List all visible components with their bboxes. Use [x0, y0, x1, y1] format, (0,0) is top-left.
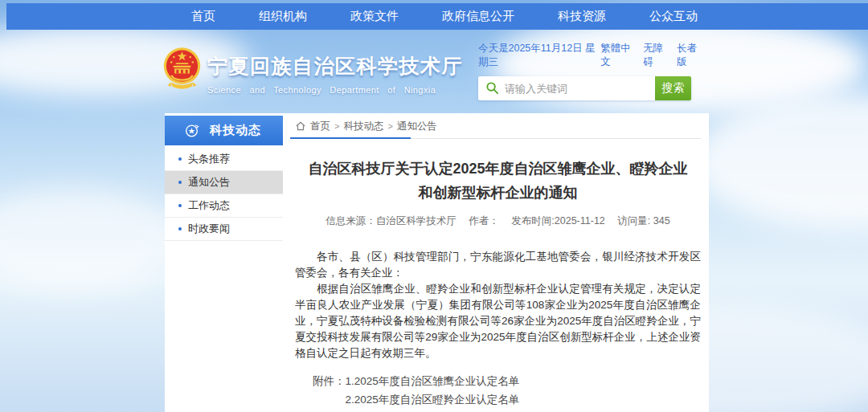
- sidebar-item-label: 头条推荐: [188, 152, 230, 166]
- attachments-label: 附件：: [313, 372, 346, 412]
- sidebar: 科技动态 头条推荐 通知公告 工作动态 时政要闻: [165, 116, 283, 241]
- breadcrumb-accent-line: [290, 137, 411, 139]
- sidebar-header: 科技动态: [165, 116, 283, 145]
- link-accessibility[interactable]: 无障碍: [643, 42, 669, 69]
- meta-publish-time: 发布时间:2025-11-12: [511, 215, 605, 226]
- article-paragraph: 根据自治区雏鹰企业、瞪羚企业和创新型标杆企业认定管理有关规定，决定认定半亩良人农…: [295, 281, 701, 361]
- bullet-icon: [178, 204, 182, 207]
- article-title: 自治区科技厅关于认定2025年度自治区雏鹰企业、瞪羚企业 和创新型标杆企业的通知: [295, 157, 701, 205]
- attachment-link-2[interactable]: 2.2025年度自治区瞪羚企业认定名单: [346, 390, 552, 409]
- link-traditional-chinese[interactable]: 繁體中文: [600, 42, 636, 69]
- article-meta: 信息来源：自治区科学技术厅 作者： 发布时间:2025-11-12 访问量: 3…: [295, 214, 701, 228]
- sidebar-menu: 头条推荐 通知公告 工作动态 时政要闻: [165, 148, 283, 241]
- sidebar-item-work-trends[interactable]: 工作动态: [165, 194, 283, 218]
- breadcrumb-separator: >: [334, 121, 339, 131]
- content-panel: 科技动态 头条推荐 通知公告 工作动态 时政要闻: [165, 113, 709, 412]
- meta-source: 信息来源：自治区科学技术厅: [326, 215, 457, 226]
- search-button[interactable]: 搜索: [655, 76, 691, 100]
- breadcrumb-tech-news[interactable]: 科技动态: [343, 120, 383, 133]
- article-body: 各市、县（区）科技管理部门，宁东能源化工基地管委会，银川经济技术开发区管委会，各…: [295, 249, 701, 361]
- top-nav-bar: 首页 组织机构 政策文件 政府信息公开 科技资源 公众互动: [6, 3, 868, 30]
- article-title-line1: 自治区科技厅关于认定2025年度自治区雏鹰企业、瞪羚企业: [295, 157, 701, 181]
- sidebar-item-current-politics[interactable]: 时政要闻: [165, 218, 283, 241]
- sidebar-item-headlines[interactable]: 头条推荐: [165, 148, 283, 171]
- nav-item-organization[interactable]: 组织机构: [259, 9, 307, 24]
- bullet-icon: [178, 181, 182, 184]
- star-circle-icon: [184, 123, 199, 138]
- nav-item-home[interactable]: 首页: [191, 9, 215, 24]
- home-icon: [295, 120, 306, 132]
- main-column: 首页 > 科技动态 > 通知公告 自治区科技厅关于认定2025年度自治区雏鹰企业…: [295, 118, 701, 412]
- search-icon: [485, 81, 499, 95]
- nav-items: 首页 组织机构 政策文件 政府信息公开 科技资源 公众互动: [191, 3, 698, 30]
- nav-item-policy[interactable]: 政策文件: [350, 9, 399, 24]
- attachments-list: 1.2025年度自治区雏鹰企业认定名单 2.2025年度自治区瞪羚企业认定名单 …: [346, 372, 552, 412]
- breadcrumb: 首页 > 科技动态 > 通知公告: [295, 118, 701, 134]
- utility-links: 繁體中文 无障碍 长者版: [600, 42, 703, 69]
- site-subtitle: Science and Technology Department of Nin…: [207, 85, 463, 95]
- nav-item-resources[interactable]: 科技资源: [558, 9, 606, 24]
- link-elderly-version[interactable]: 长者版: [677, 42, 703, 69]
- bullet-icon: [178, 227, 182, 230]
- cloud-decoration: [0, 189, 185, 293]
- search-input[interactable]: [505, 76, 655, 100]
- site-title-block: 宁夏回族自治区科学技术厅 Science and Technology Depa…: [207, 53, 463, 95]
- page: 首页 组织机构 政策文件 政府信息公开 科技资源 公众互动: [0, 0, 868, 412]
- sidebar-item-notices[interactable]: 通知公告: [165, 171, 283, 194]
- breadcrumb-notices[interactable]: 通知公告: [397, 120, 437, 133]
- bullet-icon: [178, 157, 182, 161]
- national-emblem-logo: [163, 47, 201, 92]
- breadcrumb-separator: >: [387, 121, 392, 131]
- breadcrumb-divider: [295, 138, 701, 139]
- attachment-link-3[interactable]: 3.2025年度自治区创新型标杆企业认定名单: [346, 409, 552, 412]
- sidebar-item-label: 时政要闻: [188, 222, 230, 236]
- meta-visits: 访问量: 345: [617, 215, 669, 226]
- breadcrumb-home[interactable]: 首页: [310, 120, 330, 133]
- sidebar-item-label: 工作动态: [188, 198, 230, 213]
- sidebar-title: 科技动态: [210, 123, 261, 138]
- header-right: 今天是2025年11月12日 星期三 繁體中文 无障碍 长者版 搜索: [478, 42, 703, 100]
- nav-item-interaction[interactable]: 公众互动: [649, 9, 698, 24]
- site-title: 宁夏回族自治区科学技术厅: [207, 53, 463, 80]
- attachments-block: 附件： 1.2025年度自治区雏鹰企业认定名单 2.2025年度自治区瞪羚企业认…: [313, 372, 701, 412]
- search-box: 搜索: [478, 76, 691, 100]
- article-paragraph: 各市、县（区）科技管理部门，宁东能源化工基地管委会，银川经济技术开发区管委会，各…: [295, 249, 701, 281]
- date-row: 今天是2025年11月12日 星期三 繁體中文 无障碍 长者版: [478, 42, 703, 69]
- nav-item-gov-info[interactable]: 政府信息公开: [442, 9, 514, 24]
- meta-author: 作者：: [469, 215, 499, 226]
- sidebar-item-label: 通知公告: [188, 175, 230, 190]
- today-date-text: 今天是2025年11月12日 星期三: [478, 42, 600, 69]
- article-title-line2: 和创新型标杆企业的通知: [295, 181, 701, 205]
- attachment-link-1[interactable]: 1.2025年度自治区雏鹰企业认定名单: [346, 372, 552, 390]
